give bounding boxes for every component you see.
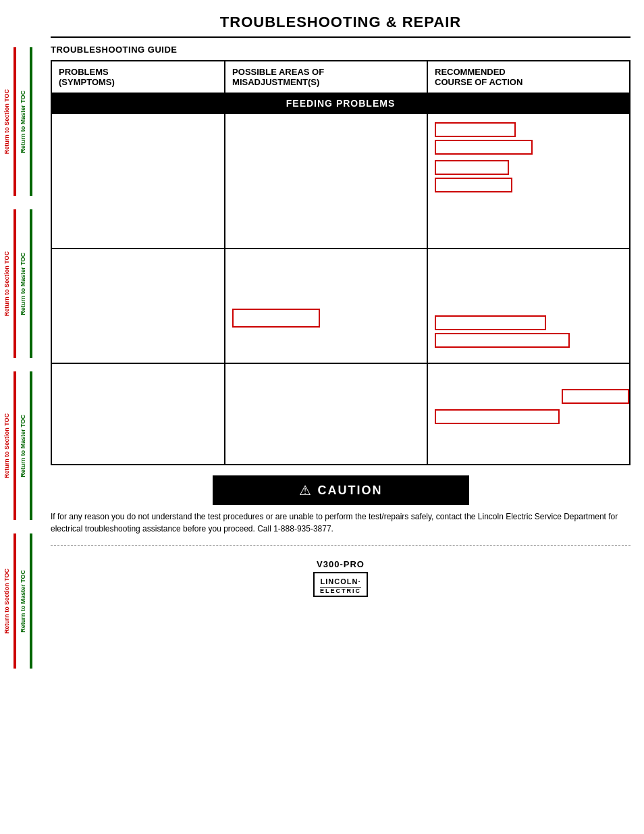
master-toc-label-4: Return to Master TOC [18,565,28,638]
feeding-problems-label: FEEDING PROBLEMS [51,93,630,113]
section-toc-tab-3[interactable]: Return to Section TOC [0,371,16,520]
master-toc-label-3: Return to Master TOC [18,409,28,483]
caution-container: ⚠ CAUTION [51,475,630,505]
row2-action [427,249,630,363]
section-toc-tab-2[interactable]: Return to Section TOC [0,209,16,358]
row3-action [427,363,630,465]
logo-lincoln-text: LINCOLN· [321,577,361,585]
caution-icon: ⚠ [299,482,311,498]
section-toc-label-1: Return to Section TOC [2,84,11,159]
master-toc-tab-2[interactable]: Return to Master TOC [16,209,32,358]
action-link-2a[interactable] [435,315,546,330]
action-link-2b[interactable] [435,333,570,348]
main-content: TROUBLESHOOTING & REPAIR TROUBLESHOOTING… [37,0,644,617]
section-divider [51,545,630,546]
lincoln-electric-logo: LINCOLN· ELECTRIC [313,572,368,597]
action-link-3a[interactable] [562,389,629,404]
row2-misadj [225,249,427,363]
feeding-header-row: FEEDING PROBLEMS [51,93,630,113]
section-toc-tab-1[interactable]: Return to Section TOC [0,47,16,196]
caution-box: ⚠ CAUTION [213,475,469,505]
section-toc-tab-4[interactable]: Return to Section TOC [0,533,16,669]
col-header-misadj: POSSIBLE AREAS OFMISADJUSTMENT(S) [225,61,427,93]
action-link-1a[interactable] [435,122,516,137]
caution-paragraph: If for any reason you do not understand … [51,511,630,535]
master-toc-label-1: Return to Master TOC [18,85,28,159]
row3-problems [51,363,225,465]
action-link-3b[interactable] [435,409,560,424]
caution-label: CAUTION [318,484,383,498]
col-header-problems: PROBLEMS(SYMPTOMS) [51,61,225,93]
row3-misadj [225,363,427,465]
logo-electric-text: ELECTRIC [320,587,361,594]
footer: V300-PRO LINCOLN· ELECTRIC [51,552,630,604]
action-link-1b[interactable] [435,140,533,155]
section-toc-label-4: Return to Section TOC [2,563,11,639]
master-toc-tab-3[interactable]: Return to Master TOC [16,371,32,520]
section-title: TROUBLESHOOTING GUIDE [51,45,630,55]
col-header-action: RECOMMENDEDCOURSE OF ACTION [427,61,630,93]
page-title: TROUBLESHOOTING & REPAIR [51,7,630,38]
section-toc-label-2: Return to Section TOC [2,246,11,321]
table-row [51,113,630,249]
row1-problems [51,113,225,249]
table-row [51,363,630,465]
row2-problems [51,249,225,363]
row1-misadj [225,113,427,249]
table-row [51,249,630,363]
row1-action [427,113,630,249]
master-toc-tab-1[interactable]: Return to Master TOC [16,47,32,196]
misadj-link-2a[interactable] [232,309,320,328]
master-toc-label-2: Return to Master TOC [18,247,28,321]
side-navigation: Return to Section TOC Return to Master T… [0,0,35,834]
action-link-1d[interactable] [435,178,512,192]
master-toc-tab-4[interactable]: Return to Master TOC [16,533,32,669]
section-toc-label-3: Return to Section TOC [2,408,11,484]
action-link-1c[interactable] [435,160,509,175]
model-number: V300-PRO [51,559,630,569]
troubleshooting-table: PROBLEMS(SYMPTOMS) POSSIBLE AREAS OFMISA… [51,60,630,465]
